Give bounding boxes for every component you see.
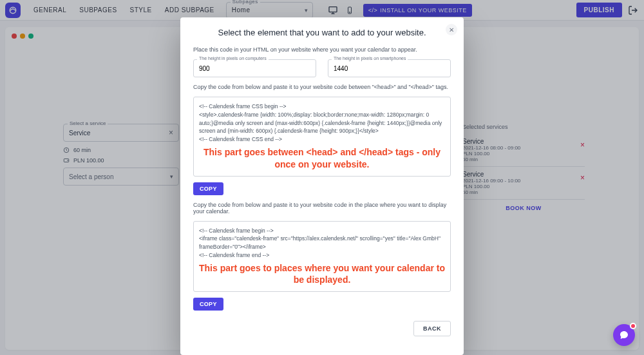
close-button[interactable]: ✕	[446, 24, 457, 35]
body-code-box[interactable]: <!-- Calendesk frame begin --> <iframe c…	[193, 221, 451, 293]
modal-overlay[interactable]: ✕ Select the element that you want to ad…	[0, 0, 644, 355]
notification-badge	[630, 323, 636, 329]
back-button[interactable]: BACK	[413, 321, 451, 336]
modal-desc-1: Place this code in your HTML on your web…	[193, 46, 451, 53]
height-pc-label: The height in pixels on computers	[197, 56, 269, 61]
modal-desc-2: Copy the code from below and paste it to…	[193, 84, 451, 90]
chat-fab[interactable]	[613, 324, 635, 346]
modal-title: Select the element that you want to add …	[193, 28, 451, 37]
copy-head-button[interactable]: COPY	[193, 182, 223, 195]
install-modal: ✕ Select the element that you want to ad…	[180, 17, 464, 355]
height-sm-input[interactable]	[328, 59, 451, 77]
modal-desc-3: Copy the code from below and paste it to…	[193, 202, 451, 215]
annotation-1: This part goes between <head> and </head…	[199, 146, 445, 171]
head-code-box[interactable]: <!-- Calendesk frame CSS begin --> <styl…	[193, 97, 451, 177]
copy-body-button[interactable]: COPY	[193, 298, 223, 311]
annotation-2: This part goes to places where you want …	[199, 262, 445, 287]
height-pc-input[interactable]	[193, 59, 316, 77]
height-sm-label: The height in pixels on smartphones	[332, 56, 408, 61]
